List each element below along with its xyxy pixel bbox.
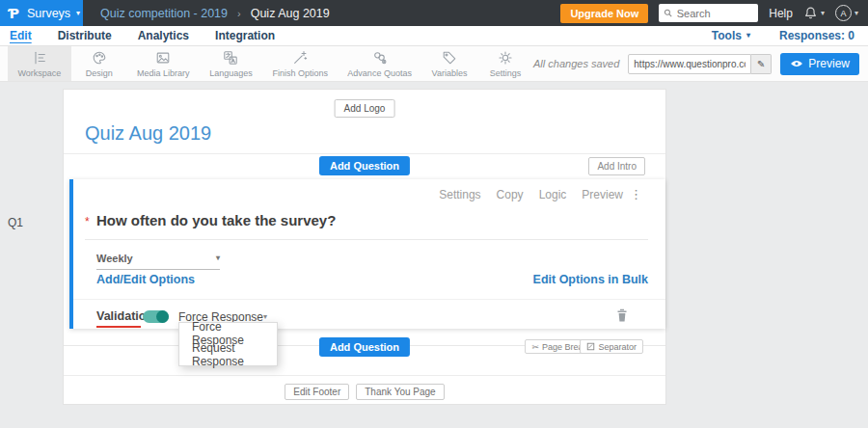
nav-right: Tools ▾ Responses: 0 — [712, 29, 858, 42]
variables-icon — [442, 50, 457, 66]
kebab-menu-icon[interactable]: ⋮ — [630, 187, 642, 201]
tools-label: Tools — [712, 29, 742, 42]
avatar: A — [835, 5, 852, 21]
trash-icon — [616, 308, 628, 322]
toolbar-item-workspace[interactable]: Workspace — [8, 46, 71, 81]
survey-url-input[interactable] — [628, 54, 751, 74]
editor-canvas: Q1 Add Logo Quiz Aug 2019 Add Question A… — [0, 82, 868, 428]
save-status: All changes saved — [533, 58, 619, 69]
chevron-down-icon: ▾ — [821, 10, 825, 17]
divider — [64, 375, 665, 376]
surveys-label: Surveys — [27, 7, 70, 20]
upgrade-now-button[interactable]: Upgrade Now — [560, 4, 648, 23]
add-question-button-top[interactable]: Add Question — [319, 156, 410, 175]
toolbar-item-media-library[interactable]: Media Library — [127, 46, 200, 81]
finish-options-icon — [292, 50, 308, 66]
edit-options-in-bulk-link[interactable]: Edit Options in Bulk — [533, 273, 648, 286]
survey-card: Add Logo Quiz Aug 2019 Add Question Add … — [63, 89, 666, 405]
toolbar-item-finish-options[interactable]: Finish Options — [262, 46, 338, 81]
toolbar-item-languages[interactable]: Languages — [200, 46, 262, 81]
thank-you-page-button[interactable]: Thank You Page — [356, 384, 444, 400]
dropdown-option-request-response[interactable]: Request Response — [179, 344, 277, 365]
search-icon — [664, 8, 672, 18]
eye-icon — [790, 58, 803, 69]
breadcrumb: Quiz competition - 2019 › Quiz Aug 2019 — [100, 7, 330, 20]
media-library-icon — [155, 50, 171, 66]
separator-button[interactable]: Separator — [580, 339, 643, 354]
question-number-label: Q1 — [8, 216, 23, 229]
surveys-dropdown[interactable]: Surveys ▾ — [27, 7, 80, 20]
languages-icon — [223, 50, 238, 66]
add-intro-button[interactable]: Add Intro — [588, 157, 645, 175]
question-actions: Settings Copy Logic Preview — [439, 188, 623, 201]
workspace-icon — [32, 50, 47, 66]
tab-distribute[interactable]: Distribute — [58, 29, 112, 42]
footer-row: Edit Footer Thank You Page — [64, 384, 665, 400]
toolbar-right: All changes saved ✎ Preview — [533, 46, 868, 81]
notifications-menu[interactable]: ▾ — [803, 6, 825, 20]
edit-footer-button[interactable]: Edit Footer — [285, 384, 349, 400]
tab-edit[interactable]: Edit — [10, 29, 32, 42]
breadcrumb-parent[interactable]: Quiz competition - 2019 — [100, 7, 228, 20]
questionpro-survey-editor: Ƥ Surveys ▾ Quiz competition - 2019 › Qu… — [0, 0, 868, 428]
editor-toolbar: Workspace Design Media Library Languages… — [0, 46, 868, 82]
delete-question-button[interactable] — [616, 308, 628, 326]
breadcrumb-current: Quiz Aug 2019 — [251, 7, 330, 20]
bell-icon — [803, 6, 818, 20]
question-copy-link[interactable]: Copy — [497, 188, 524, 201]
topbar-right: Upgrade Now Help ▾ A ▾ — [560, 4, 868, 23]
question-logic-link[interactable]: Logic — [539, 188, 567, 201]
toolbar-item-advance-quotas[interactable]: Advance Quotas — [338, 46, 421, 81]
settings-icon — [498, 50, 513, 66]
tab-integration[interactable]: Integration — [215, 29, 275, 42]
account-menu[interactable]: A ▾ — [835, 5, 858, 21]
divider — [85, 239, 648, 240]
breadcrumb-separator-icon: › — [237, 8, 241, 19]
chevron-down-icon: ▾ — [76, 10, 80, 17]
question-preview-link[interactable]: Preview — [582, 188, 623, 201]
answer-value: Weekly — [96, 253, 133, 264]
toolbar-item-design[interactable]: Design — [71, 46, 127, 81]
tools-menu[interactable]: Tools ▾ — [712, 29, 750, 42]
add-edit-options-link[interactable]: Add/Edit Options — [96, 273, 195, 286]
question-block: Settings Copy Logic Preview ⋮ * How ofte… — [69, 179, 665, 329]
toolbar-item-variables[interactable]: Variables — [421, 46, 477, 81]
force-response-dropdown-menu: Force Response Request Response — [178, 322, 278, 366]
topbar: Ƥ Surveys ▾ Quiz competition - 2019 › Qu… — [0, 0, 868, 26]
add-logo-button[interactable]: Add Logo — [335, 99, 395, 118]
survey-url-group: ✎ — [628, 54, 772, 74]
scissors-icon: ✂ — [531, 342, 539, 352]
help-link[interactable]: Help — [769, 7, 793, 20]
survey-title[interactable]: Quiz Aug 2019 — [85, 122, 211, 145]
chevron-down-icon: ▾ — [746, 32, 750, 40]
validation-underline — [96, 326, 141, 328]
design-icon — [92, 50, 107, 66]
toolbar-item-settings[interactable]: Settings — [477, 46, 533, 81]
divider — [73, 299, 665, 300]
surveys-menu[interactable]: Ƥ Surveys ▾ — [0, 0, 83, 26]
search-input[interactable] — [677, 8, 754, 19]
main-nav: Edit Distribute Analytics Integration To… — [0, 26, 868, 46]
preview-button[interactable]: Preview — [780, 53, 859, 75]
responses-count[interactable]: Responses: 0 — [779, 29, 854, 42]
add-question-button-bottom[interactable]: Add Question — [319, 337, 410, 357]
question-text[interactable]: How often do you take the survey? — [96, 212, 336, 228]
search-box[interactable] — [659, 4, 758, 22]
answer-type-select[interactable]: Weekly ▾ — [96, 253, 220, 270]
pencil-icon: ✎ — [757, 59, 765, 69]
toggle-knob — [156, 310, 169, 323]
questionpro-logo-icon: Ƥ — [9, 7, 19, 20]
required-marker: * — [85, 215, 90, 228]
question-settings-link[interactable]: Settings — [439, 188, 480, 201]
chevron-down-icon: ▾ — [216, 254, 220, 262]
validation-toggle[interactable] — [143, 310, 169, 323]
chevron-down-icon: ▾ — [854, 10, 858, 17]
edit-url-button[interactable]: ✎ — [751, 54, 772, 74]
divider — [64, 153, 665, 154]
separator-icon — [586, 342, 595, 351]
tab-analytics[interactable]: Analytics — [138, 29, 189, 42]
advance-quotas-icon — [372, 50, 388, 66]
